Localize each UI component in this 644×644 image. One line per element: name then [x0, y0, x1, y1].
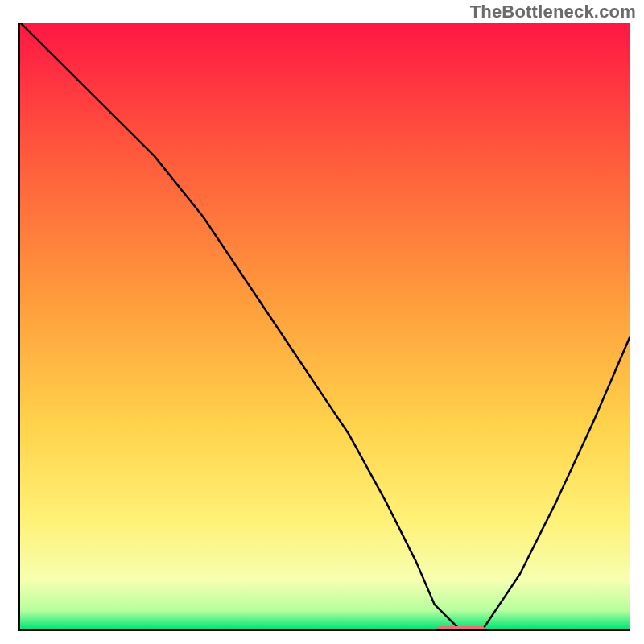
chart-plot-area	[18, 23, 630, 631]
watermark-text: TheBottleneck.com	[470, 2, 636, 23]
chart-gradient-background	[20, 23, 630, 629]
optimum-marker	[436, 626, 485, 631]
svg-rect-0	[20, 23, 630, 629]
